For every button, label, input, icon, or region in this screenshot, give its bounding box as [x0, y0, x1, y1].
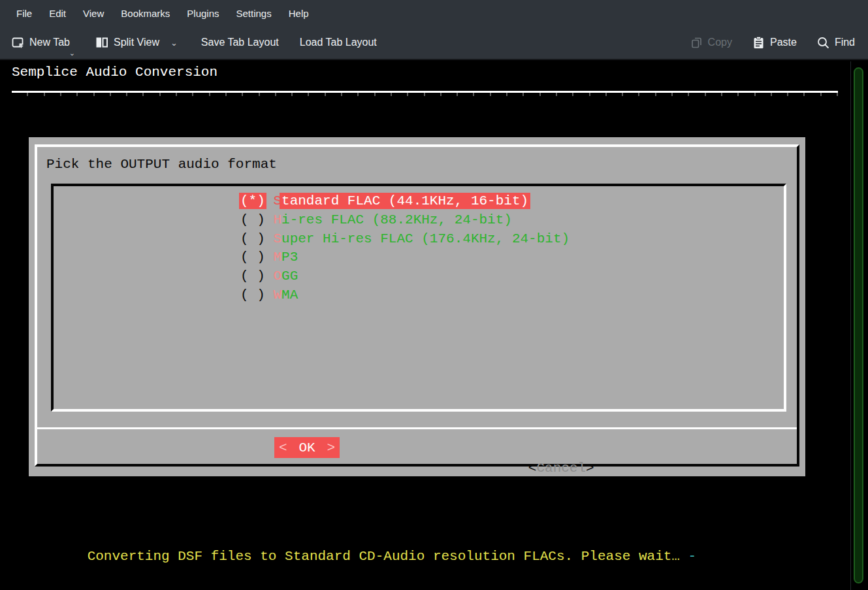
split-view-button[interactable]: Split View ⌄	[95, 31, 178, 54]
radio-label: uper Hi-res FLAC (176.4KHz, 24-bit)	[281, 231, 570, 246]
menubar-item-settings[interactable]: Settings	[228, 0, 280, 26]
radio-state: (*)	[239, 193, 266, 209]
status-line: Converting DSF files to Standard CD-Audi…	[38, 534, 696, 579]
radio-option[interactable]: ( ) OGG	[240, 267, 570, 286]
new-tab-label: New Tab	[29, 37, 70, 48]
radio-list: (*) Standard FLAC (44.1KHz, 16-bit)( ) H…	[240, 192, 570, 305]
radio-label: GG	[281, 269, 298, 284]
button-separator	[37, 427, 797, 429]
dialog-title: Pick the OUTPUT audio format	[46, 157, 277, 172]
copy-label: Copy	[708, 37, 732, 48]
split-view-icon	[95, 35, 109, 50]
menubar-item-file[interactable]: File	[8, 0, 40, 26]
radio-state: ( )	[240, 231, 265, 246]
terminal-view[interactable]: Semplice Audio Conversion Pick the OUTPU…	[0, 61, 868, 590]
radio-state: ( )	[240, 269, 265, 284]
radio-state: ( )	[240, 287, 265, 303]
scrollbar-handle[interactable]	[854, 67, 863, 583]
radio-label: MA	[281, 287, 298, 303]
load-tab-layout-button[interactable]: Load Tab Layout	[300, 31, 377, 54]
cancel-right-bracket: >	[586, 461, 594, 476]
ok-right-bracket: >	[327, 440, 335, 455]
toolbar: New Tab ⌄ Split View ⌄ Save Tab Layout L…	[0, 26, 868, 60]
cancel-button[interactable]: <Cancel>	[462, 437, 594, 458]
radio-hotkey: W	[273, 287, 281, 303]
paste-button[interactable]: Paste	[752, 31, 797, 54]
menubar-item-edit[interactable]: Edit	[40, 0, 74, 26]
radio-hotkey: M	[273, 250, 281, 265]
radio-option[interactable]: ( ) Hi-res FLAC (88.2KHz, 24-bit)	[240, 211, 570, 230]
backtitle: Semplice Audio Conversion	[12, 65, 217, 80]
split-view-label: Split View	[114, 37, 159, 48]
menubar-item-help[interactable]: Help	[280, 0, 317, 26]
radio-label: P3	[281, 250, 298, 265]
split-view-chevron-down-icon[interactable]: ⌄	[170, 38, 178, 48]
backtitle-rule-ticks	[12, 93, 838, 96]
status-text: Converting DSF files to Standard CD-Audi…	[88, 549, 688, 564]
spinner: -	[688, 549, 697, 564]
paste-label: Paste	[770, 37, 797, 48]
format-listbox: (*) Standard FLAC (44.1KHz, 16-bit)( ) H…	[51, 184, 786, 412]
menubar: FileEditViewBookmarksPluginsSettingsHelp	[0, 0, 868, 26]
find-button[interactable]: Find	[816, 31, 855, 54]
radio-option[interactable]: ( ) MP3	[240, 248, 570, 267]
radio-label: i-res FLAC (88.2KHz, 24-bit)	[281, 212, 512, 227]
save-tab-layout-label: Save Tab Layout	[201, 37, 279, 48]
ok-button[interactable]: < OK >	[274, 437, 340, 458]
format-dialog: Pick the OUTPUT audio format (*) Standar…	[29, 137, 805, 476]
copy-icon	[690, 36, 703, 50]
radio-hotkey: O	[273, 269, 281, 284]
scrollbar-track-separator	[850, 61, 851, 590]
search-icon	[816, 36, 830, 50]
paste-icon	[752, 36, 765, 50]
ok-label: OK	[298, 440, 315, 455]
menubar-item-view[interactable]: View	[74, 0, 112, 26]
radio-state: ( )	[240, 250, 265, 265]
new-tab-chevron-down-icon[interactable]: ⌄	[69, 50, 75, 57]
radio-state: ( )	[240, 212, 265, 227]
menubar-item-plugins[interactable]: Plugins	[178, 0, 227, 26]
copy-button[interactable]: Copy	[690, 31, 732, 54]
cancel-label: Cancel	[536, 461, 586, 476]
radio-option[interactable]: ( ) Super Hi-res FLAC (176.4KHz, 24-bit)	[240, 230, 570, 249]
radio-hotkey: H	[273, 212, 281, 227]
load-tab-layout-label: Load Tab Layout	[300, 37, 377, 48]
radio-option[interactable]: ( ) WMA	[240, 286, 570, 305]
new-tab-icon	[10, 35, 25, 50]
konsole-window: FileEditViewBookmarksPluginsSettingsHelp…	[0, 0, 868, 590]
radio-label: tandard FLAC (44.1KHz, 16-bit)	[280, 193, 530, 209]
ok-left-bracket: <	[279, 440, 287, 455]
cancel-left-bracket: <	[528, 461, 537, 476]
radio-option[interactable]: (*) Standard FLAC (44.1KHz, 16-bit)	[240, 192, 570, 211]
menubar-item-bookmarks[interactable]: Bookmarks	[112, 0, 178, 26]
radio-hotkey: S	[273, 231, 281, 246]
save-tab-layout-button[interactable]: Save Tab Layout	[201, 31, 279, 54]
new-tab-button[interactable]: New Tab ⌄	[10, 31, 70, 54]
find-label: Find	[835, 37, 855, 48]
